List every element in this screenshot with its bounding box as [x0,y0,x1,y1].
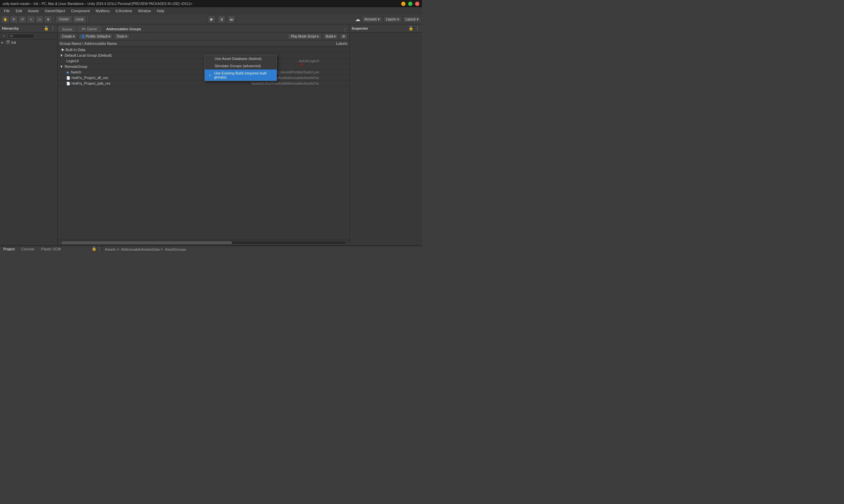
layers-dropdown[interactable]: Layers ▾ [384,16,401,22]
transform-tool[interactable]: ⊕ [44,16,52,23]
menu-mymenu[interactable]: MyMenu [93,8,112,14]
group-label: HotFix_Project_pdb_res [71,82,110,85]
menu-ilruntime[interactable]: ILRuntime [113,8,135,14]
scene-tab[interactable]: Scene [58,26,76,32]
minimize-button[interactable] [401,2,406,6]
tabs-bar: Scene 🎮 Game Addressables Groups ⋮ [58,24,349,33]
move-tool[interactable]: ✛ [10,16,18,23]
play-mode-chevron: ▾ [317,35,318,38]
addressables-tab[interactable]: Addressables Groups [102,26,145,32]
file-icon: 📄 [66,76,70,80]
menu-assets[interactable]: Assets [25,8,41,14]
menu-edit[interactable]: Edit [13,8,25,14]
hierarchy-toolbar: + [0,33,57,39]
more-btn[interactable]: ⚙ [340,34,347,39]
menu-window[interactable]: Window [136,8,154,14]
bottom-area: Project Console Plastic SCM 🔓 ⋮ + ▼ 📁 As… [0,246,422,252]
play-mode-label: Play Mode Script [291,35,316,38]
groups-table-header: Group Name \ Addressable Name Labels [58,40,349,47]
scale-tool[interactable]: ⤡ [27,16,35,23]
menu-component[interactable]: Component [68,8,92,14]
tools-btn[interactable]: Tools ▾ [115,34,129,39]
menu-file[interactable]: File [1,8,13,14]
pivot-tools: Center Local [56,16,88,23]
lock-project-icon[interactable]: 🔓 [91,246,97,251]
table-row[interactable]: 📄 HotFix_Project_dll_res Assets/ILRunTim… [58,75,349,81]
table-row[interactable]: LoginUI …bs/UI/LoginUI [58,58,349,64]
table-row[interactable]: 📄 HotFix_Project_pdb_res Assets/ILRunTim… [58,81,349,86]
scrollbar-thumb[interactable] [62,241,232,244]
horizontal-scrollbar[interactable] [62,241,345,244]
create-label: Create ▾ [62,35,74,38]
close-button[interactable] [415,2,419,6]
menu-icon[interactable]: ⋮ [50,26,55,31]
layers-label: Layers [386,17,396,21]
group-name-cell: ▼ RemoteGroup [60,65,321,69]
hierarchy-title: Hierarchy [2,26,19,30]
plastic-tab[interactable]: Plastic SCM [38,246,64,252]
table-row[interactable]: ▼ Default Local Group (Default) [58,53,349,58]
build-btn[interactable]: Build ▾ [323,34,338,39]
hierarchy-search[interactable] [8,34,34,38]
use-existing-build-option[interactable]: ✓ Use Existing Build (requires built gro… [205,70,277,81]
local-btn[interactable]: Local [73,16,86,23]
lock-inspector-icon[interactable]: 🔓 [408,26,413,31]
layers-chevron: ▾ [397,17,399,21]
rect-tool[interactable]: ▭ [36,16,44,23]
breadcrumb-assetgroups[interactable]: AssetGroups [165,247,186,251]
group-label: HotFix_Project_dll_res [71,76,108,80]
use-asset-db-option[interactable]: Use Asset Database (fastest) [205,55,277,62]
group-name-cell: ▼ Default Local Group (Default) [60,53,321,57]
account-dropdown[interactable]: Account ▾ [362,16,382,22]
play-mode-btn[interactable]: Play Mode Script ▾ [288,34,322,39]
hierarchy-init-item[interactable]: ▶ 🎬 Init [0,39,57,45]
account-label: Account [365,17,377,21]
asset-path-cell: Assets/ILRunTimeAndAddressable/AssetsPac [190,82,322,85]
scroll-area [58,240,349,246]
table-row[interactable]: ▶ Built In Data [58,47,349,53]
lock-icon[interactable]: 🔓 [44,26,49,31]
table-row[interactable]: ◉ Switch Assets/Resources_moved/Prefabs/… [58,70,349,75]
layout-dropdown[interactable]: Layout ▾ [403,16,421,22]
inspector-panel: Inspector 🔓 ⋮ [349,24,422,246]
pause-button[interactable]: ⏸ [218,16,225,23]
console-tab[interactable]: Console [18,246,38,252]
hierarchy-icons: 🔓 ⋮ [44,26,55,31]
breadcrumb-addr[interactable]: AddressableAssetsData [121,247,159,251]
group-label: LoginUI [66,59,79,63]
sep-2: ▶ [161,247,163,251]
create-btn[interactable]: Create ▾ [60,34,77,39]
inspector-menu-icon[interactable]: ⋮ [415,26,420,31]
rotate-tool[interactable]: ↺ [18,16,27,23]
addr-toolbar: Create ▾ 👤 Profile: Default ▾ Tools ▾ Pl… [58,33,349,40]
simulate-groups-option[interactable]: Simulate Groups (advanced) [205,62,277,70]
pivot-btn[interactable]: Center [56,16,72,23]
profile-btn[interactable]: 👤 Profile: Default ▾ [79,34,113,39]
maximize-button[interactable] [408,2,412,6]
group-name-header: Group Name \ Addressable Name [60,41,321,46]
title-text: unity-teach-master – Init – PC, Mac & Li… [3,2,192,5]
hierarchy-header: Hierarchy 🔓 ⋮ [0,24,57,33]
use-asset-db-label: Use Asset Database (fastest) [214,57,261,60]
transform-tools: ✋ ✛ ↺ ⤡ ▭ ⊕ [1,16,54,23]
step-button[interactable]: ⏭ [228,16,235,23]
cloud-icon[interactable]: ☁ [355,16,360,22]
menu-gameobject[interactable]: GameObject [42,8,68,14]
breadcrumb-assets[interactable]: Assets [105,247,116,251]
add-button[interactable]: + [1,33,6,38]
more-options-icon[interactable]: ⋮ [342,27,347,32]
build-label: Build ▾ [326,35,335,38]
scene-tab-label: Scene [62,28,72,31]
project-menu-icon[interactable]: ⋮ [97,246,102,251]
inspector-title: Inspector [352,26,368,30]
play-button[interactable]: ▶ [208,16,215,23]
game-tab[interactable]: 🎮 Game [77,26,101,32]
profile-label: Profile: Default ▾ [86,35,110,38]
expand-icon: ▶ [60,48,64,52]
toolbar-right: ☁ Account ▾ Layers ▾ Layout ▾ [355,16,421,22]
menu-help[interactable]: Help [154,8,167,14]
hand-tool[interactable]: ✋ [1,16,9,23]
group-name-cell: ◉ Switch [60,70,190,74]
project-tab[interactable]: Project [0,246,18,252]
use-existing-build-label: Use Existing Build (requires built group… [214,71,273,79]
